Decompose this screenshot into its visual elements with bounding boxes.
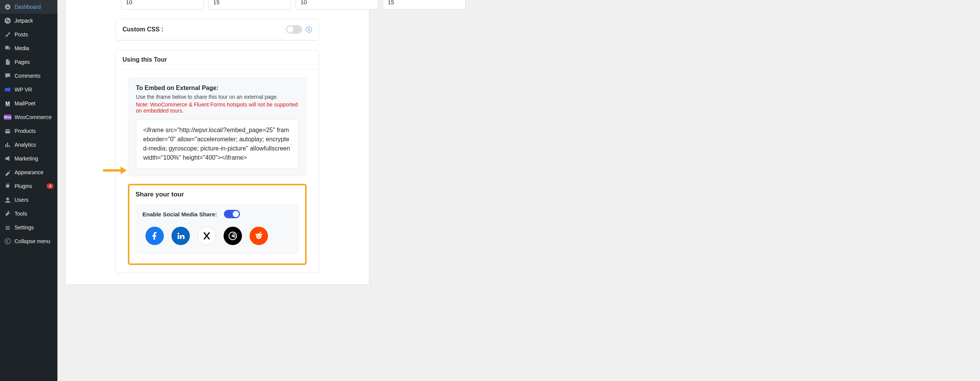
sidebar-item-mailpoet[interactable]: M MailPoet [0,96,57,110]
sidebar-item-tools[interactable]: Tools [0,207,57,221]
appearance-icon [4,168,11,176]
sidebar-label: Tools [15,211,54,217]
pages-icon [4,58,11,66]
spacing-right-input[interactable] [208,0,291,10]
sidebar-label: Appearance [15,169,54,175]
sidebar-label: Posts [15,31,54,38]
svg-point-8 [255,234,257,235]
plugins-update-badge: 4 [47,183,54,189]
linkedin-icon[interactable] [172,227,190,245]
wpvr-icon [4,86,11,93]
content-area: Top Right Bottom Left Custom CSS : [57,0,980,381]
woocommerce-icon: Woo [4,113,11,121]
pin-icon [4,31,11,38]
dashboard-icon [4,3,11,11]
x-twitter-icon[interactable] [198,227,216,245]
sidebar-item-collapse[interactable]: Collapse menu [0,234,57,248]
using-tour-card: Using this Tour To Embed on External Pag… [115,50,319,273]
custom-css-title: Custom CSS : [122,26,163,33]
embed-note: Note: WooCommerce & Fluent Forms hotspot… [136,101,299,114]
embed-subtitle: Use the iframe below to share this tour … [136,94,299,100]
plugins-icon [4,182,11,190]
svg-point-7 [261,234,262,235]
sidebar-item-media[interactable]: Media [0,41,57,55]
sidebar-label: WP VR [15,87,54,93]
facebook-icon[interactable] [145,227,164,245]
sidebar-label: Collapse menu [15,238,54,244]
sidebar-label: Plugins [15,183,42,189]
sidebar-label: Dashboard [15,4,54,10]
sidebar-label: Pages [15,59,54,65]
products-icon [4,127,11,135]
sidebar-item-plugins[interactable]: Plugins 4 [0,179,57,193]
spacing-controls: Top Right Bottom Left [65,0,369,10]
marketing-icon [4,155,11,162]
mailpoet-icon: M [4,100,11,107]
sidebar-item-analytics[interactable]: Analytics [0,138,57,152]
info-icon[interactable]: i [306,26,312,33]
sidebar-item-jetpack[interactable]: Jetpack [0,14,57,28]
iframe-code-box[interactable]: <iframe src="http://wpvr.local/?embed_pa… [136,119,299,169]
comments-icon [4,72,11,80]
custom-css-card: Custom CSS : i [115,19,319,41]
analytics-icon [4,141,11,149]
spacing-left-input[interactable] [383,0,466,10]
svg-point-4 [256,234,261,239]
svg-point-5 [257,235,258,236]
embed-panel: To Embed on External Page: Use the ifram… [128,77,307,176]
social-icons-row [142,227,292,245]
sidebar-item-posts[interactable]: Posts [0,28,57,41]
sidebar-label: Settings [15,224,54,231]
sidebar-label: Comments [15,73,54,79]
sidebar-label: Jetpack [15,18,54,24]
share-enable-toggle[interactable] [224,210,240,218]
users-icon [4,196,11,204]
sidebar-item-settings[interactable]: Settings [0,221,57,234]
share-section: Share your tour Enable Social Media Shar… [128,184,307,265]
sidebar-item-products[interactable]: Products [0,124,57,138]
jetpack-icon [4,17,11,25]
sidebar-label: Marketing [15,155,54,162]
sidebar-label: Media [15,45,54,51]
using-tour-title: Using this Tour [122,56,167,63]
sidebar-item-comments[interactable]: Comments [0,69,57,83]
svg-point-2 [6,198,9,200]
embed-title: To Embed on External Page: [136,85,299,92]
sidebar-item-appearance[interactable]: Appearance [0,165,57,179]
settings-icon [4,224,11,231]
sidebar-item-marketing[interactable]: Marketing [0,152,57,165]
sidebar-label: Analytics [15,142,54,148]
media-icon [4,44,11,52]
sidebar-label: WooCommerce [15,114,54,120]
spacing-top-input[interactable] [121,0,204,10]
callout-arrow-icon [103,167,127,174]
sidebar-label: Users [15,197,54,203]
sidebar-item-users[interactable]: Users [0,193,57,207]
sidebar-label: Products [15,128,54,134]
sidebar-item-pages[interactable]: Pages [0,55,57,69]
sidebar-item-dashboard[interactable]: Dashboard [0,0,57,14]
admin-sidebar: Dashboard Jetpack Posts Media Pages Comm… [0,0,57,381]
sidebar-item-woocommerce[interactable]: Woo WooCommerce [0,110,57,124]
svg-point-0 [5,18,11,24]
sidebar-item-wpvr[interactable]: WP VR [0,83,57,96]
sidebar-label: MailPoet [15,100,54,106]
share-enable-label: Enable Social Media Share: [142,211,217,217]
tools-icon [4,210,11,217]
collapse-icon [4,237,11,245]
email-icon[interactable] [224,227,242,245]
svg-rect-1 [5,88,10,92]
reddit-icon[interactable] [250,227,268,245]
settings-panel: Top Right Bottom Left Custom CSS : [65,0,369,285]
svg-point-3 [5,239,10,244]
spacing-bottom-input[interactable] [296,0,378,10]
share-title: Share your tour [136,191,299,198]
custom-css-toggle[interactable] [286,25,302,34]
svg-point-6 [260,235,260,236]
